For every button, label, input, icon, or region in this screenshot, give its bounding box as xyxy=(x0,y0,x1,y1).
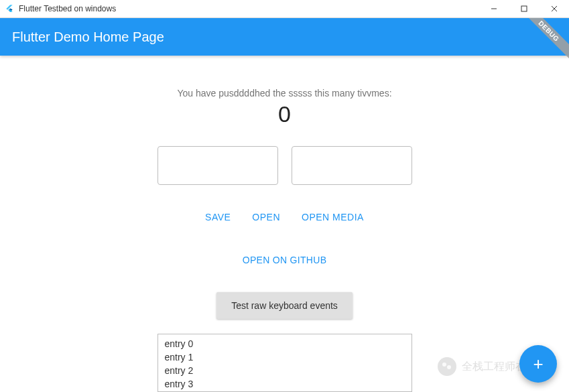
plus-icon: + xyxy=(533,354,543,375)
list-item[interactable]: entry 3 xyxy=(165,377,405,391)
list-item[interactable]: entry 1 xyxy=(165,350,405,364)
list-item[interactable]: entry 0 xyxy=(165,337,405,350)
test-keyboard-button[interactable]: Test raw keyboard events xyxy=(216,292,353,319)
entry-list[interactable]: entry 0 entry 1 entry 2 entry 3 entry 4 xyxy=(157,334,412,392)
window-title: Flutter Testbed on windows xyxy=(19,4,116,13)
counter-value: 0 xyxy=(278,101,291,127)
text-input-2[interactable] xyxy=(292,146,412,185)
svg-rect-1 xyxy=(521,6,527,11)
debug-label: DEBUG xyxy=(529,18,569,58)
window-controls xyxy=(479,0,569,18)
list-item[interactable]: entry 2 xyxy=(165,364,405,377)
open-github-button[interactable]: OPEN ON GITHUB xyxy=(243,255,327,265)
minimize-button[interactable] xyxy=(479,0,509,18)
button-row: SAVE OPEN OPEN MEDIA xyxy=(205,212,364,222)
counter-label: You have pusddddhed the sssss this many … xyxy=(177,88,391,99)
open-button[interactable]: OPEN xyxy=(252,212,280,222)
page-title: Flutter Demo Home Page xyxy=(12,29,164,45)
window-titlebar: Flutter Testbed on windows xyxy=(0,0,569,18)
save-button[interactable]: SAVE xyxy=(205,212,231,222)
fab-add-button[interactable]: + xyxy=(519,345,557,383)
appbar: Flutter Demo Home Page DEBUG xyxy=(0,18,569,56)
main-content: You have pusddddhed the sssss this many … xyxy=(0,56,569,392)
close-button[interactable] xyxy=(539,0,569,18)
debug-banner: DEBUG xyxy=(529,18,569,58)
open-media-button[interactable]: OPEN MEDIA xyxy=(302,212,364,222)
text-input-1[interactable] xyxy=(157,146,278,185)
maximize-button[interactable] xyxy=(509,0,539,18)
input-row xyxy=(157,146,412,185)
flutter-logo-icon xyxy=(4,3,15,14)
